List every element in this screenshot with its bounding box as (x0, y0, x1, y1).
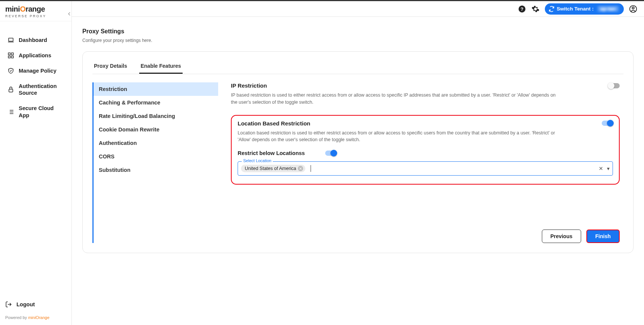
list-icon (7, 109, 14, 115)
ip-restriction-title: IP Restriction (231, 82, 267, 89)
dropdown-icon[interactable]: ▾ (607, 165, 610, 171)
settings-card: Proxy Details Enable Features Restrictio… (82, 51, 634, 253)
help-icon[interactable]: ? (518, 5, 526, 13)
ip-restriction-desc: IP based restriction is used to either r… (231, 92, 556, 106)
feature-caching[interactable]: Caching & Performance (94, 96, 218, 109)
svg-rect-0 (9, 38, 13, 41)
location-restriction-title: Location Based Restriction (238, 120, 310, 127)
svg-rect-4 (12, 56, 13, 58)
svg-rect-5 (9, 89, 13, 92)
sidebar-item-label: Dashboard (19, 37, 47, 44)
feature-cors[interactable]: CORS (94, 150, 218, 163)
tabs: Proxy Details Enable Features (92, 59, 623, 74)
sidebar-item-label: Applications (19, 52, 51, 59)
lock-icon (7, 86, 14, 93)
svg-rect-3 (8, 56, 10, 58)
location-chip: United States of America ✕ (241, 165, 305, 172)
sidebar-item-dashboard[interactable]: Dashboard (2, 33, 69, 48)
location-select[interactable]: Select Location United States of America… (238, 161, 613, 176)
feature-nav: Restriction Caching & Performance Rate L… (92, 82, 218, 243)
brand-logo: miniOrange REVERSE PROXY (0, 1, 71, 21)
sidebar-item-label: Secure Cloud App (19, 105, 64, 119)
laptop-icon (7, 37, 14, 43)
feature-restriction[interactable]: Restriction (94, 82, 218, 96)
tenant-value: ap-tan (598, 6, 619, 12)
feature-substitution[interactable]: Substitution (94, 163, 218, 177)
powered-link[interactable]: miniOrange (28, 315, 49, 320)
sidebar-item-manage-policy[interactable]: Manage Policy (2, 63, 69, 79)
previous-button[interactable]: Previous (542, 230, 581, 243)
brand-sub: REVERSE PROXY (5, 14, 66, 18)
svg-text:?: ? (521, 6, 524, 12)
sidebar-item-applications[interactable]: Applications (2, 48, 69, 63)
settings-icon[interactable] (531, 5, 540, 13)
location-restriction-toggle[interactable] (602, 121, 613, 126)
brand-mid: O (20, 5, 25, 13)
switch-tenant-button[interactable]: Switch Tenant : ap-tan (545, 3, 624, 15)
page-subtitle: Configure your proxy settings here. (82, 38, 634, 43)
page-title: Proxy Settings (82, 28, 634, 35)
text-cursor (311, 165, 311, 172)
ip-restriction-toggle[interactable] (608, 83, 620, 88)
feature-authentication[interactable]: Authentication (94, 136, 218, 150)
feature-cookie-rewrite[interactable]: Cookie Domain Rewrite (94, 123, 218, 136)
logout-label: Logout (16, 301, 35, 307)
location-restriction-desc: Location based restriction is used to ei… (238, 130, 563, 144)
powered-by: Powered by miniOrange (5, 315, 66, 320)
sidebar-item-label: Manage Policy (19, 67, 57, 75)
sidebar-collapse-handle[interactable] (67, 11, 72, 16)
logout-button[interactable]: Logout (5, 299, 66, 310)
refresh-icon (549, 6, 555, 12)
shield-icon (7, 67, 14, 74)
select-label: Select Location (242, 158, 273, 163)
tab-proxy-details[interactable]: Proxy Details (92, 59, 129, 74)
chip-remove-icon[interactable]: ✕ (298, 166, 303, 171)
clear-icon[interactable]: ✕ (599, 165, 603, 171)
sidebar-item-secure-cloud[interactable]: Secure Cloud App (2, 101, 69, 123)
sidebar-item-auth-source[interactable]: Authentication Source (2, 79, 69, 101)
grid-icon (7, 52, 14, 59)
svg-rect-2 (12, 53, 13, 55)
brand-post: range (25, 5, 45, 13)
chip-label: United States of America (245, 166, 296, 171)
feature-rate-limiting[interactable]: Rate Limiting/Load Balancing (94, 109, 218, 123)
switch-tenant-label: Switch Tenant : (557, 6, 594, 12)
restrict-locations-toggle[interactable] (325, 151, 336, 156)
profile-icon[interactable] (629, 5, 637, 13)
ip-restriction-section: IP Restriction IP based restriction is u… (231, 82, 620, 106)
logout-icon (5, 301, 12, 308)
tab-enable-features[interactable]: Enable Features (139, 59, 183, 74)
restrict-locations-label: Restrict below Locationss (238, 150, 305, 156)
header: ? Switch Tenant : ap-tan (72, 1, 644, 17)
brand-pre: mini (5, 5, 20, 13)
location-restriction-section: Location Based Restriction Location base… (231, 115, 620, 185)
svg-rect-1 (8, 53, 10, 55)
svg-point-9 (632, 7, 634, 9)
sidebar: miniOrange REVERSE PROXY Dashboard Appli… (0, 1, 72, 325)
sidebar-item-label: Authentication Source (19, 83, 64, 97)
finish-button[interactable]: Finish (586, 230, 620, 243)
